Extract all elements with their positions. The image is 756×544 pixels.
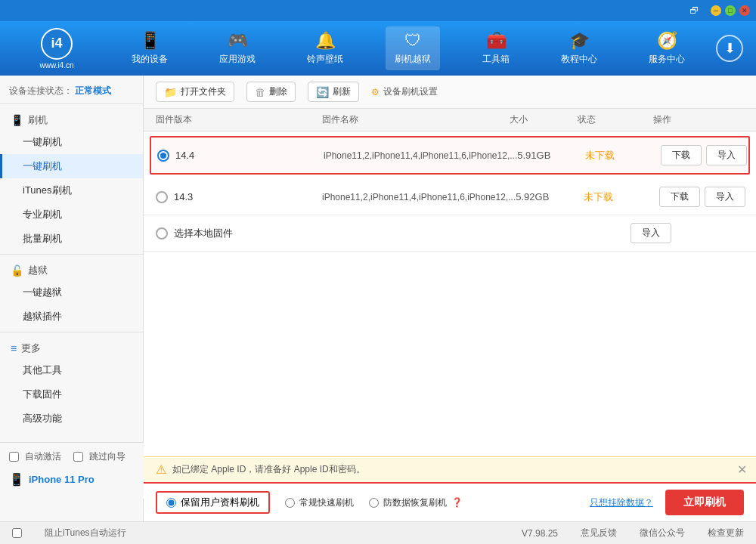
sidebar-item-jailbreak-plugin[interactable]: 越狱插件 bbox=[0, 304, 143, 329]
keep-data-label[interactable]: 保留用户资料刷机 bbox=[181, 496, 259, 509]
firmware-row-local: 选择本地固件 导入 bbox=[144, 215, 756, 252]
logo-area: i4 www.i4.cn bbox=[8, 28, 106, 70]
download-circle-btn[interactable]: ⬇ bbox=[716, 35, 743, 62]
nav-my-device[interactable]: 📱 我的设备 bbox=[122, 26, 177, 70]
jailbreak-section-icon: 🔓 bbox=[11, 264, 23, 277]
auto-activate-checkbox[interactable] bbox=[9, 452, 19, 462]
device-info: 📱 iPhone 11 Pro bbox=[9, 468, 135, 491]
sidebar-item-batch-flash[interactable]: 批量刷机 bbox=[0, 227, 143, 251]
keep-data-radio[interactable] bbox=[166, 498, 176, 508]
tools-nav-icon: 🧰 bbox=[486, 31, 507, 51]
minimize-button[interactable]: ─ bbox=[711, 5, 721, 16]
nav-service[interactable]: 🧭 服务中心 bbox=[640, 26, 694, 70]
auto-activate-label[interactable]: 自动激活 bbox=[25, 450, 61, 463]
flash-section-label: 刷机 bbox=[28, 113, 48, 127]
firmware-row-1-version: 14.4 bbox=[175, 150, 194, 161]
options-bar: 保留用户资料刷机 常规快速刷机 防数据恢复刷机 ❓ 只想挂除数据？ 立即刷机 bbox=[144, 482, 756, 521]
feedback-link[interactable]: 意见反馈 bbox=[581, 527, 617, 539]
quick-flash-option[interactable]: 常规快速刷机 bbox=[285, 496, 354, 509]
maximize-button[interactable]: □ bbox=[725, 5, 736, 16]
nav-flash[interactable]: 🛡 刷机越狱 bbox=[386, 26, 440, 70]
refresh-button[interactable]: 🔄 刷新 bbox=[308, 82, 359, 102]
close-button[interactable]: ✕ bbox=[739, 5, 750, 16]
delete-button[interactable]: 🗑 删除 bbox=[246, 82, 296, 102]
minimize-icon[interactable]: 🗗 bbox=[686, 4, 702, 17]
firmware-row-local-radio[interactable] bbox=[156, 227, 168, 240]
sidebar-section-flash[interactable]: 📱 刷机 bbox=[0, 107, 143, 130]
title-bar: 🗗 ─ □ ✕ bbox=[0, 0, 756, 21]
jailbreak-section-label: 越狱 bbox=[28, 264, 48, 277]
data-recovery-option[interactable]: 防数据恢复刷机 ❓ bbox=[369, 496, 463, 509]
header-version: 固件版本 bbox=[156, 113, 322, 126]
stop-autorun-checkbox[interactable] bbox=[12, 528, 22, 538]
skip-guide-label[interactable]: 跳过向导 bbox=[89, 450, 125, 463]
sidebar-item-other-tools[interactable]: 其他工具 bbox=[0, 358, 143, 382]
header-right: ⬇ bbox=[711, 35, 748, 62]
sidebar-item-onekey-jailbreak[interactable]: 一键越狱 bbox=[0, 280, 143, 304]
help-link[interactable]: 只想挂除数据？ bbox=[590, 496, 653, 509]
header-name: 固件名称 bbox=[322, 113, 510, 126]
header-action: 操作 bbox=[653, 113, 744, 126]
sidebar-item-onekey-flash[interactable]: 一键刷机 bbox=[0, 130, 143, 154]
sidebar-section-jailbreak[interactable]: 🔓 越狱 bbox=[0, 258, 143, 280]
header: i4 www.i4.cn 📱 我的设备 🎮 应用游戏 🔔 铃声壁纸 🛡 刷机越狱… bbox=[0, 21, 756, 76]
version-text: V7.98.25 bbox=[522, 528, 558, 539]
firmware-row-2-actions: 下载 导入 bbox=[659, 187, 756, 207]
sidebar-item-download-firmware[interactable]: 下载固件 bbox=[0, 382, 143, 406]
firmware-row-1-download-btn[interactable]: 下载 bbox=[661, 145, 702, 165]
firmware-row-1-import-btn[interactable]: 导入 bbox=[706, 145, 747, 165]
firmware-row-2-download-btn[interactable]: 下载 bbox=[659, 187, 700, 207]
more-section-label: 更多 bbox=[21, 342, 41, 355]
nav-tools-label: 工具箱 bbox=[482, 53, 510, 66]
data-recovery-radio[interactable] bbox=[369, 498, 379, 508]
nav-tutorial[interactable]: 🎓 教程中心 bbox=[552, 26, 606, 70]
sidebar-item-expert-flash[interactable]: 专业刷机 bbox=[0, 202, 143, 227]
firmware-row-2-size: 5.92GB bbox=[516, 191, 584, 202]
firmware-row-1-status: 未下载 bbox=[585, 149, 661, 162]
notification-close-btn[interactable]: ✕ bbox=[737, 462, 747, 477]
toolbar: 📁 打开文件夹 🗑 删除 🔄 刷新 ⚙ 设备刷机设置 bbox=[144, 76, 756, 109]
firmware-row-2-radio[interactable] bbox=[156, 191, 168, 203]
firmware-row-1-size: 5.91GB bbox=[517, 150, 585, 161]
firmware-row-local-actions: 导入 bbox=[631, 223, 744, 243]
firmware-table: 14.4 iPhone11,2,iPhone11,4,iPhone11,6,iP… bbox=[144, 131, 756, 456]
content-area: 📁 打开文件夹 🗑 删除 🔄 刷新 ⚙ 设备刷机设置 固件版本 固件名称 大小 … bbox=[144, 76, 756, 521]
nav-my-device-label: 我的设备 bbox=[132, 53, 168, 66]
table-header: 固件版本 固件名称 大小 状态 操作 bbox=[144, 109, 756, 131]
sidebar-item-advanced[interactable]: 高级功能 bbox=[0, 406, 143, 431]
nav-ringtone[interactable]: 🔔 铃声壁纸 bbox=[298, 26, 352, 70]
logo-icon: i4 bbox=[41, 28, 73, 60]
more-section-icon: ≡ bbox=[11, 342, 17, 354]
sidebar-divider-2 bbox=[0, 332, 143, 332]
firmware-row-1-version-cell: 14.4 bbox=[157, 150, 324, 162]
quick-flash-label[interactable]: 常规快速刷机 bbox=[299, 496, 354, 509]
notification-bar: ⚠ 如已绑定 Apple ID，请准备好 Apple ID和密码。 ✕ bbox=[144, 456, 756, 482]
auto-activate-row: 自动激活 跳过向导 bbox=[9, 450, 135, 463]
wechat-link[interactable]: 微信公众号 bbox=[640, 527, 685, 539]
device-settings-btn[interactable]: ⚙ 设备刷机设置 bbox=[371, 85, 438, 98]
check-update-link[interactable]: 检查更新 bbox=[708, 527, 744, 539]
help-question-icon: ❓ bbox=[451, 497, 463, 508]
sidebar-item-itunes-flash[interactable]: 一键刷机 bbox=[0, 154, 143, 178]
quick-flash-radio[interactable] bbox=[285, 498, 295, 508]
skip-guide-checkbox[interactable] bbox=[73, 452, 83, 462]
nav-tools[interactable]: 🧰 工具箱 bbox=[473, 26, 519, 70]
sidebar-section-more[interactable]: ≡ 更多 bbox=[0, 335, 143, 358]
sidebar-item-pro-flash[interactable]: iTunes刷机 bbox=[0, 178, 143, 202]
firmware-row-local-version-cell: 选择本地固件 bbox=[156, 227, 322, 240]
nav-app-games[interactable]: 🎮 应用游戏 bbox=[210, 26, 265, 70]
device-name: iPhone 11 Pro bbox=[29, 474, 94, 485]
firmware-row-local-import-btn[interactable]: 导入 bbox=[631, 223, 671, 243]
sidebar-footer: 自动激活 跳过向导 📱 iPhone 11 Pro bbox=[0, 442, 144, 499]
sidebar-status-label: 设备连接状态： bbox=[9, 85, 73, 96]
stop-autorun-label[interactable]: 阻止iTunes自动运行 bbox=[45, 527, 126, 539]
open-folder-button[interactable]: 📁 打开文件夹 bbox=[156, 82, 234, 102]
firmware-row-2-import-btn[interactable]: 导入 bbox=[705, 187, 745, 207]
firmware-row-1-radio[interactable] bbox=[157, 150, 169, 162]
refresh-icon: 🔄 bbox=[316, 86, 329, 98]
firmware-row-2-name: iPhone11,2,iPhone11,4,iPhone11,6,iPhone1… bbox=[322, 192, 516, 202]
flash-now-button[interactable]: 立即刷机 bbox=[665, 490, 744, 515]
main-layout: 设备连接状态： 正常模式 📱 刷机 一键刷机 一键刷机 iTunes刷机 专业刷… bbox=[0, 76, 756, 521]
firmware-row-2-version: 14.3 bbox=[174, 191, 193, 202]
data-recovery-label[interactable]: 防数据恢复刷机 bbox=[383, 496, 447, 509]
